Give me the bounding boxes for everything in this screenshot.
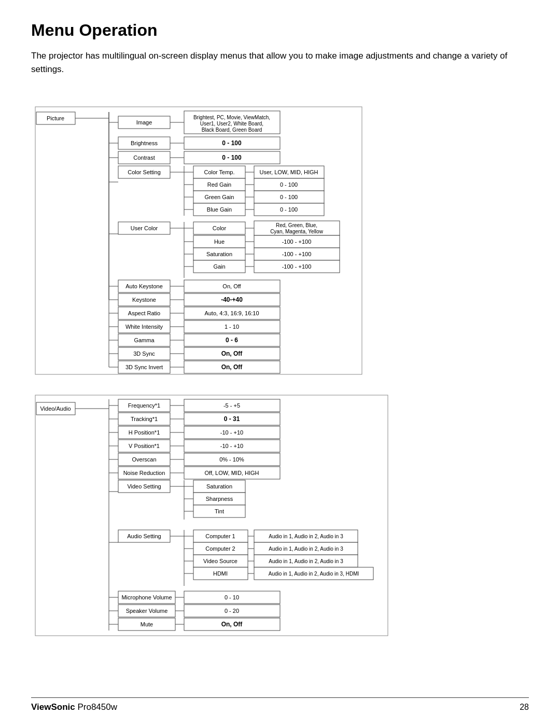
svg-text:-100 - +100: -100 - +100 bbox=[282, 263, 312, 270]
svg-text:Saturation: Saturation bbox=[206, 251, 232, 257]
svg-text:0 - 20: 0 - 20 bbox=[225, 608, 239, 614]
svg-text:Overscan: Overscan bbox=[132, 456, 156, 463]
svg-text:Blue Gain: Blue Gain bbox=[207, 206, 232, 213]
svg-text:-40-+40: -40-+40 bbox=[221, 296, 243, 303]
svg-text:0 - 100: 0 - 100 bbox=[222, 139, 242, 147]
svg-text:Color Setting: Color Setting bbox=[128, 169, 161, 175]
footer-brand: ViewSonic Pro8450w bbox=[31, 702, 117, 712]
svg-text:0 - 6: 0 - 6 bbox=[226, 337, 238, 344]
svg-text:Picture: Picture bbox=[47, 115, 64, 121]
svg-text:Audio in 1, Audio in 2, Audio : Audio in 1, Audio in 2, Audio in 3 bbox=[269, 534, 343, 539]
svg-text:-10 - +10: -10 - +10 bbox=[220, 429, 243, 436]
svg-text:0 - 31: 0 - 31 bbox=[224, 415, 240, 423]
svg-text:Gamma: Gamma bbox=[134, 337, 155, 343]
svg-text:Mute: Mute bbox=[141, 621, 153, 627]
svg-text:-100 - +100: -100 - +100 bbox=[282, 251, 312, 257]
svg-text:3D Sync: 3D Sync bbox=[133, 351, 155, 357]
svg-text:Audio in 1, Audio in 2, Audio : Audio in 1, Audio in 2, Audio in 3 bbox=[269, 558, 343, 564]
svg-text:H Position*1: H Position*1 bbox=[129, 429, 160, 436]
svg-text:0 - 10: 0 - 10 bbox=[225, 594, 239, 600]
svg-text:Black Board, Green Board: Black Board, Green Board bbox=[202, 127, 262, 133]
svg-text:On, Off: On, Off bbox=[221, 350, 243, 357]
svg-text:0 - 100: 0 - 100 bbox=[280, 206, 298, 213]
svg-text:White Intensity: White Intensity bbox=[125, 324, 163, 330]
svg-text:Sharpness: Sharpness bbox=[206, 496, 233, 502]
page-title: Menu Operation bbox=[31, 21, 529, 40]
svg-text:Audio in 1, Audio in 2, Audio : Audio in 1, Audio in 2, Audio in 3, HDMI bbox=[269, 571, 359, 577]
svg-text:Contrast: Contrast bbox=[133, 155, 155, 161]
svg-text:User1, User2, White Board,: User1, User2, White Board, bbox=[200, 121, 263, 127]
svg-text:3D Sync Invert: 3D Sync Invert bbox=[125, 364, 163, 370]
intro-text: The projector has multilingual on-screen… bbox=[31, 49, 529, 76]
svg-text:Tint: Tint bbox=[215, 508, 224, 514]
svg-text:Off, LOW, MID, HIGH: Off, LOW, MID, HIGH bbox=[205, 470, 259, 476]
footer: ViewSonic Pro8450w 28 bbox=[31, 697, 529, 712]
svg-text:Red Gain: Red Gain bbox=[207, 181, 231, 188]
svg-text:0% - 10%: 0% - 10% bbox=[219, 456, 244, 463]
svg-text:Video Setting: Video Setting bbox=[127, 483, 161, 489]
svg-text:0 - 100: 0 - 100 bbox=[280, 194, 298, 200]
svg-text:-5 - +5: -5 - +5 bbox=[223, 402, 240, 409]
svg-text:Speaker Volume: Speaker Volume bbox=[126, 608, 168, 614]
svg-text:Computer 1: Computer 1 bbox=[205, 533, 235, 539]
svg-text:0 - 100: 0 - 100 bbox=[280, 181, 298, 188]
svg-text:Saturation: Saturation bbox=[206, 483, 232, 489]
svg-text:Brightness: Brightness bbox=[131, 140, 158, 146]
svg-text:Auto Keystone: Auto Keystone bbox=[125, 283, 163, 289]
svg-text:Audio Setting: Audio Setting bbox=[127, 533, 161, 539]
svg-text:On, Off: On, Off bbox=[221, 621, 243, 628]
svg-text:User, LOW, MID, HIGH: User, LOW, MID, HIGH bbox=[259, 169, 318, 175]
svg-text:Auto, 4:3, 16:9, 16:10: Auto, 4:3, 16:9, 16:10 bbox=[204, 310, 259, 316]
svg-text:On, Off: On, Off bbox=[222, 283, 241, 289]
svg-text:Video/Audio: Video/Audio bbox=[40, 405, 71, 412]
footer-page-number: 28 bbox=[520, 703, 529, 712]
svg-text:Color Temp.: Color Temp. bbox=[204, 169, 234, 175]
svg-text:Hue: Hue bbox=[214, 239, 225, 245]
svg-text:1 - 10: 1 - 10 bbox=[225, 324, 239, 330]
svg-text:-100 - +100: -100 - +100 bbox=[282, 239, 312, 245]
svg-text:Image: Image bbox=[136, 119, 152, 125]
svg-text:Computer 2: Computer 2 bbox=[205, 545, 235, 552]
menu-diagram: Picture Image Brightest, PC, Movie, View… bbox=[31, 96, 529, 667]
svg-text:Cyan, Magenta, Yellow: Cyan, Magenta, Yellow bbox=[270, 229, 324, 234]
svg-text:Gain: Gain bbox=[213, 263, 225, 270]
svg-text:Red, Green, Blue,: Red, Green, Blue, bbox=[276, 222, 317, 228]
svg-text:Audio in 1, Audio in 2, Audio : Audio in 1, Audio in 2, Audio in 3 bbox=[269, 546, 343, 552]
svg-text:On, Off: On, Off bbox=[221, 363, 243, 371]
svg-text:Aspect Ratio: Aspect Ratio bbox=[128, 310, 160, 316]
svg-text:-10 - +10: -10 - +10 bbox=[220, 443, 243, 449]
svg-text:Microphone Volume: Microphone Volume bbox=[121, 594, 172, 600]
svg-text:Brightest, PC, Movie, ViewMatc: Brightest, PC, Movie, ViewMatch, bbox=[193, 115, 270, 120]
svg-text:V Position*1: V Position*1 bbox=[129, 443, 160, 449]
brand-name: ViewSonic bbox=[31, 702, 75, 712]
svg-text:Noise Reduction: Noise Reduction bbox=[123, 470, 165, 476]
svg-text:0 - 100: 0 - 100 bbox=[222, 154, 242, 161]
svg-text:Keystone: Keystone bbox=[132, 297, 156, 303]
model-name: Pro8450w bbox=[75, 702, 117, 712]
svg-text:Color: Color bbox=[213, 225, 227, 231]
svg-text:Tracking*1: Tracking*1 bbox=[131, 416, 158, 422]
svg-text:Video Source: Video Source bbox=[203, 558, 237, 564]
svg-text:Frequency*1: Frequency*1 bbox=[128, 402, 160, 409]
svg-text:Green Gain: Green Gain bbox=[205, 194, 234, 200]
svg-text:User Color: User Color bbox=[131, 225, 158, 231]
svg-text:HDMI: HDMI bbox=[213, 570, 228, 577]
